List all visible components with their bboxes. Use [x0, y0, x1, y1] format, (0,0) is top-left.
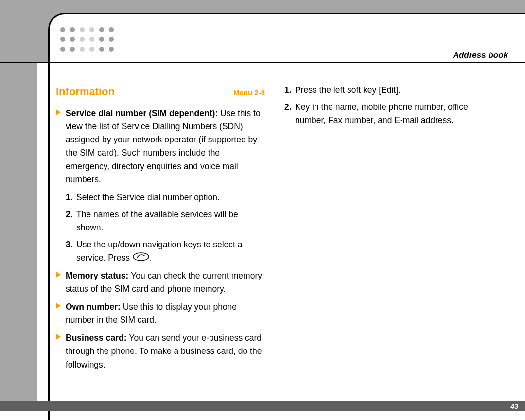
content-columns: Information Menu 2-8 Service dial number… [56, 84, 513, 376]
step-text: Select the Service dial number option. [76, 192, 220, 202]
step-number: 3. [66, 238, 73, 251]
left-column: Information Menu 2-8 Service dial number… [56, 84, 265, 376]
section-title: Information [56, 84, 115, 100]
step-number: 1. [66, 191, 73, 204]
sdn-step-2: 2. The names of the available services w… [56, 208, 265, 234]
bullet-own-number: Own number: Use this to display your pho… [56, 300, 265, 327]
step-text: Use the up/down navigation keys to selec… [76, 240, 242, 262]
triangle-bullet-icon [56, 272, 61, 278]
bullet-memory-status: Memory status: You can check the current… [56, 269, 265, 296]
page-number: 43 [510, 402, 518, 410]
right-column: 1. Press the left soft key [Edit]. 2. Ke… [284, 84, 493, 376]
header-rule [0, 62, 525, 63]
step-text: The names of the available services will… [76, 210, 238, 232]
bullet-body: Use this to view the list of Service Dia… [66, 108, 261, 184]
bullet-business-card: Business card: You can send your e-busin… [56, 332, 265, 371]
bullet-lead: Service dial number (SIM dependent): [66, 108, 220, 118]
step-number: 2. [284, 101, 292, 114]
decorative-dot-grid [60, 27, 118, 55]
bullet-lead: Memory status: [66, 271, 131, 280]
bullet-lead: Own number: [66, 302, 123, 312]
bizcard-step-1: 1. Press the left soft key [Edit]. [284, 84, 493, 97]
footer-bar [0, 401, 525, 411]
step-text: Key in the name, mobile phone number, of… [295, 102, 468, 125]
section-header-label: Address book [453, 51, 508, 60]
triangle-bullet-icon [56, 303, 61, 309]
menu-label: Menu 2-8 [233, 87, 265, 98]
step-text: Press the left soft key [Edit]. [295, 85, 401, 95]
bizcard-step-2: 2. Key in the name, mobile phone number,… [284, 101, 493, 127]
sdn-step-3: 3. Use the up/down navigation keys to se… [56, 238, 265, 265]
triangle-bullet-icon [56, 334, 61, 340]
bullet-lead: Business card: [66, 333, 129, 343]
manual-page: Address book Information Menu 2-8 Servic… [0, 0, 525, 420]
left-grey-strip [0, 0, 37, 411]
svg-point-0 [133, 253, 149, 261]
bullet-sdn: Service dial number (SIM dependent): Use… [56, 107, 265, 186]
step-number: 1. [284, 84, 292, 97]
triangle-bullet-icon [56, 109, 61, 115]
section-title-row: Information Menu 2-8 [56, 84, 265, 100]
call-key-icon [132, 252, 150, 265]
step-tail: . [150, 253, 152, 262]
sdn-step-1: 1. Select the Service dial number option… [56, 191, 265, 204]
step-number: 2. [66, 208, 73, 221]
